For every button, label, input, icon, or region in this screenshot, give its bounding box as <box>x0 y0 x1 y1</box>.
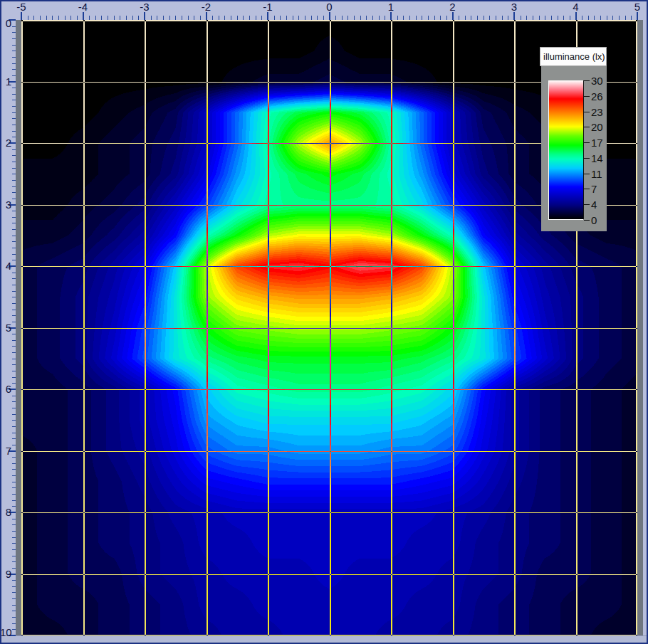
y-minor-tick <box>12 285 16 285</box>
y-tick-label: 2 <box>0 137 11 149</box>
x-tick-label: 2 <box>442 1 464 13</box>
x-minor-tick <box>212 16 213 20</box>
x-tick <box>575 12 577 20</box>
x-tick <box>267 12 268 20</box>
y-minor-tick <box>12 291 16 292</box>
y-minor-tick <box>12 162 16 162</box>
x-minor-tick <box>298 16 299 20</box>
legend-tick-label: 30 <box>591 75 607 86</box>
legend-tick-label: 14 <box>591 153 607 164</box>
legend-tick <box>584 80 590 81</box>
y-minor-tick <box>12 131 16 132</box>
x-minor-tick <box>95 16 96 20</box>
x-minor-tick <box>397 16 398 20</box>
y-minor-tick <box>12 322 16 322</box>
x-minor-tick <box>631 16 632 20</box>
x-minor-tick <box>619 16 620 20</box>
x-minor-tick <box>274 16 275 20</box>
y-minor-tick <box>12 414 16 415</box>
x-minor-tick <box>459 16 459 20</box>
x-minor-tick <box>249 16 250 20</box>
y-tick-label: 7 <box>0 445 11 457</box>
x-tick-label: -4 <box>73 1 94 13</box>
y-tick-label: 3 <box>0 199 11 211</box>
x-tick-label: -2 <box>196 1 217 13</box>
y-minor-tick <box>12 180 16 181</box>
x-minor-tick <box>138 16 139 20</box>
x-minor-tick <box>108 16 108 20</box>
y-minor-tick <box>12 346 16 347</box>
y-minor-tick <box>12 118 16 119</box>
x-minor-tick <box>169 16 170 20</box>
y-minor-tick <box>12 598 16 599</box>
y-tick-label: 4 <box>0 260 11 272</box>
y-minor-tick <box>12 371 16 371</box>
x-minor-tick <box>237 16 238 20</box>
x-minor-tick <box>502 16 503 20</box>
x-minor-tick <box>489 16 490 20</box>
x-minor-tick <box>563 16 564 20</box>
legend-tick-label: 7 <box>591 184 607 194</box>
y-minor-tick <box>12 359 16 359</box>
legend-tick <box>584 174 590 174</box>
x-tick-label: 1 <box>380 1 402 13</box>
x-minor-tick <box>558 16 558 20</box>
x-minor-tick <box>126 16 127 20</box>
x-minor-tick <box>305 16 305 20</box>
x-minor-tick <box>317 16 318 20</box>
x-tick-label: -1 <box>257 1 278 13</box>
y-minor-tick <box>12 463 16 464</box>
x-tick <box>637 12 638 20</box>
y-minor-tick <box>12 273 16 273</box>
y-minor-tick <box>12 340 16 341</box>
y-minor-tick <box>12 69 16 70</box>
y-minor-tick <box>12 537 16 538</box>
y-minor-tick <box>12 556 16 556</box>
y-minor-tick <box>12 445 16 445</box>
legend-title: illuminance (lx) <box>540 47 607 66</box>
y-minor-tick <box>12 475 16 476</box>
y-minor-tick <box>12 586 16 587</box>
bottom-statusbar <box>0 635 648 644</box>
legend-body: 30262320171411740 <box>541 66 607 231</box>
x-minor-tick <box>347 16 348 20</box>
y-tick-label: 8 <box>0 507 11 518</box>
x-minor-tick <box>521 16 521 20</box>
y-minor-tick <box>12 629 16 630</box>
x-minor-tick <box>551 16 552 20</box>
y-minor-tick <box>12 137 16 137</box>
x-minor-tick <box>600 16 601 20</box>
y-minor-tick <box>12 174 16 174</box>
x-minor-tick <box>434 16 435 20</box>
x-tick <box>206 12 207 20</box>
y-minor-tick <box>12 192 16 193</box>
x-minor-tick <box>101 16 102 20</box>
x-minor-tick <box>58 16 59 20</box>
y-minor-tick <box>12 112 16 113</box>
y-minor-tick <box>12 32 16 33</box>
x-minor-tick <box>243 16 244 20</box>
x-minor-tick <box>354 16 355 20</box>
x-tick <box>452 12 454 20</box>
x-minor-tick <box>372 16 373 20</box>
y-minor-tick <box>12 420 16 421</box>
y-tick-label: 1 <box>0 76 11 88</box>
x-tick <box>329 12 330 20</box>
x-minor-tick <box>582 16 582 20</box>
y-minor-tick <box>12 229 16 230</box>
x-minor-tick <box>200 16 201 20</box>
y-minor-tick <box>12 63 16 64</box>
x-minor-tick <box>224 16 225 20</box>
x-minor-tick <box>612 16 613 20</box>
legend-colorbar <box>548 80 584 220</box>
legend-tick-label: 26 <box>591 91 607 102</box>
y-ruler: 012345678910 <box>0 20 16 635</box>
legend-tick <box>584 220 590 221</box>
legend-tick <box>584 189 590 189</box>
y-minor-tick <box>12 236 16 236</box>
y-minor-tick <box>12 487 16 488</box>
legend: illuminance (lx) 30262320171411740 <box>540 47 607 231</box>
y-minor-tick <box>12 543 16 544</box>
legend-tick-label: 20 <box>591 122 607 132</box>
y-minor-tick <box>12 561 16 562</box>
